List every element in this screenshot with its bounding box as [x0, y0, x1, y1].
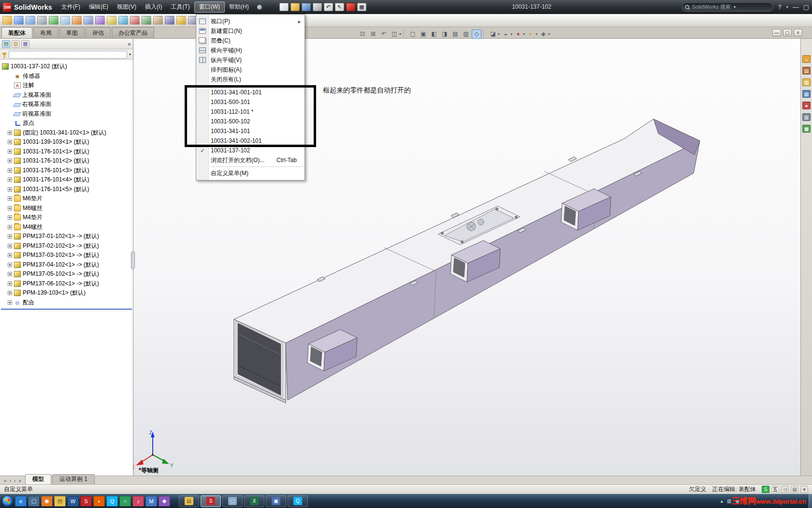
tree-item[interactable]: 10031-176-101<4> (默认) [0, 175, 133, 185]
toolbar-icon-group[interactable] [26, 16, 36, 25]
dropdown-caret-icon[interactable]: ▾ [523, 32, 525, 36]
panel-tab[interactable]: ▥ [12, 40, 20, 48]
toolbar-icon-group[interactable] [49, 16, 59, 25]
tree-item[interactable]: PPM137-04-102<1> -> (默认) [0, 260, 133, 270]
tree-item[interactable]: 10031-176-101<3> (默认) [0, 166, 133, 176]
commandmanager-tab[interactable]: 装配体 [1, 27, 32, 38]
expand-toggle-icon[interactable] [8, 291, 12, 295]
task-pane-icon[interactable]: ▤ [802, 67, 811, 75]
window-menu-item[interactable]: 视口(P) [196, 16, 304, 26]
language-bar-icon[interactable]: ▤ [791, 486, 798, 493]
dropdown-caret-icon[interactable]: ▾ [399, 32, 401, 36]
panel-tab[interactable]: ▤ [2, 40, 10, 48]
start-button[interactable] [2, 495, 13, 507]
headsup-icon[interactable]: ◫ [390, 30, 399, 39]
commandmanager-tab[interactable]: 办公室产品 [112, 27, 154, 38]
taskbar-app-icon[interactable]: ◉ [41, 496, 53, 507]
task-pane-icon[interactable]: ▩ [802, 125, 811, 133]
menubar-item[interactable]: 插入(I) [141, 0, 166, 14]
tree-item[interactable]: M4螺丝 [0, 223, 133, 232]
menubar-item[interactable]: 工具(T) [166, 0, 194, 14]
headsup-item[interactable]: ◈ ▾ [538, 30, 550, 39]
headsup-item[interactable]: ◨ ▾ [440, 30, 450, 39]
tab-nav-arrow-icon[interactable]: › [14, 478, 15, 483]
tree-split-bar[interactable] [1, 309, 132, 310]
expand-toggle-icon[interactable] [8, 140, 12, 144]
tray-icon[interactable]: ▥ [727, 498, 731, 504]
quick-icon-group[interactable] [279, 3, 289, 11]
tree-item[interactable]: 10031-176-101<2> (默认) [0, 156, 133, 166]
search-input[interactable]: SolidWorks 搜索 ▾ [682, 2, 773, 12]
quick-toolbar-icon[interactable] [279, 3, 289, 11]
headsup-item[interactable]: ▥ ▾ [461, 30, 471, 39]
expand-toggle-icon[interactable] [8, 253, 12, 257]
tree-item[interactable]: 10031-139-103<1> (默认) [0, 137, 133, 147]
doc-restore-button[interactable]: ▢ [783, 29, 792, 36]
menubar-item[interactable]: 窗口(W) [194, 1, 225, 13]
quick-toolbar-icon[interactable]: ↶ [324, 3, 333, 11]
panel-tab[interactable]: ▦ [21, 40, 29, 48]
expand-toggle-icon[interactable] [8, 196, 12, 201]
panel-splitter-handle[interactable] [131, 252, 135, 269]
tree-item[interactable]: M4垫片 [0, 213, 133, 223]
expand-toggle-icon[interactable] [8, 131, 12, 135]
taskbar-window-button[interactable]: ▣ [266, 495, 286, 507]
tree-item[interactable]: (固定) 10031-341-102<1> (默认) [0, 128, 133, 138]
language-bar-icon[interactable]: 五 [771, 486, 779, 493]
headsup-item[interactable]: ↶ ▾ [379, 30, 389, 39]
toolbar-icon-group[interactable] [60, 16, 71, 25]
toolbar-icon-group[interactable] [107, 16, 117, 25]
quick-icon-group[interactable] [313, 3, 322, 11]
headsup-icon[interactable]: ◈ [538, 30, 548, 39]
doc-minimize-button[interactable]: — [772, 29, 781, 36]
quick-toolbar-icon[interactable]: ▦ [357, 3, 366, 11]
expand-toggle-icon[interactable] [8, 225, 12, 229]
quick-icon-group[interactable]: ▦ [357, 3, 367, 11]
headsup-item[interactable]: ◧ ▾ [429, 30, 439, 39]
tray-icon[interactable]: ▴ [721, 498, 723, 504]
taskbar-app-icon[interactable]: Q [106, 496, 118, 507]
toolbar-icon[interactable] [26, 16, 35, 25]
tree-item[interactable]: 上视基准面 [0, 90, 133, 100]
toolbar-icon-group[interactable] [142, 16, 152, 25]
document-tab[interactable]: 模型 [25, 474, 51, 484]
expand-toggle-icon[interactable] [8, 168, 12, 173]
headsup-icon[interactable]: ⊞ [368, 30, 378, 39]
quick-icon-group[interactable] [346, 3, 356, 11]
toolbar-icon-group[interactable] [14, 16, 25, 25]
headsup-icon[interactable]: ↶ [379, 30, 389, 39]
toolbar-icon[interactable] [153, 16, 163, 25]
task-pane-icon[interactable]: ⌂ [802, 55, 811, 63]
headsup-icon[interactable]: ◐ [526, 30, 536, 39]
toolbar-icon-group[interactable] [165, 16, 175, 25]
headsup-item[interactable]: ◐ ▾ [526, 30, 537, 39]
headsup-icon[interactable]: ◇ [472, 30, 481, 39]
expand-toggle-icon[interactable] [8, 272, 12, 276]
tree-item[interactable]: 原点 [0, 119, 133, 128]
headsup-icon[interactable]: ● [513, 30, 523, 39]
headsup-item[interactable]: ◫ ▾ [390, 30, 401, 39]
window-menu-item[interactable]: 纵向平铺(V) [196, 55, 304, 65]
toolbar-icon-group[interactable] [95, 16, 106, 25]
headsup-icon[interactable]: ◒ [501, 30, 510, 39]
window-menu-item[interactable]: 自定义菜单(M) [196, 168, 304, 178]
tree-item[interactable]: 右视基准面 [0, 100, 133, 109]
dropdown-caret-icon[interactable]: ▾ [536, 32, 537, 36]
task-pane-icon[interactable]: ▨ [802, 78, 811, 86]
tree-item[interactable]: PPM137-01-102<1> -> (默认) [0, 232, 133, 241]
headsup-item[interactable]: ⊡ ▾ [358, 30, 367, 39]
headsup-icon[interactable]: ▥ [461, 30, 471, 39]
expand-toggle-icon[interactable] [8, 206, 12, 210]
commandmanager-tab[interactable]: 草图 [59, 27, 85, 38]
toolbar-icon-group[interactable] [84, 16, 94, 25]
tree-item[interactable]: PPM137-02-102<1> -> (默认) [0, 241, 133, 251]
search-options-caret-icon[interactable]: ▾ [734, 5, 736, 9]
toolbar-icon-group[interactable] [37, 16, 48, 25]
menubar-item[interactable]: 帮助(H) [225, 0, 253, 14]
expand-toggle-icon[interactable] [8, 263, 12, 267]
expand-toggle-icon[interactable] [8, 159, 12, 163]
toolbar-icon[interactable] [118, 16, 128, 25]
task-pane-icon[interactable]: ▧ [802, 90, 811, 98]
quick-toolbar-icon[interactable] [346, 3, 355, 11]
headsup-item[interactable]: ▢ ▾ [408, 30, 418, 39]
